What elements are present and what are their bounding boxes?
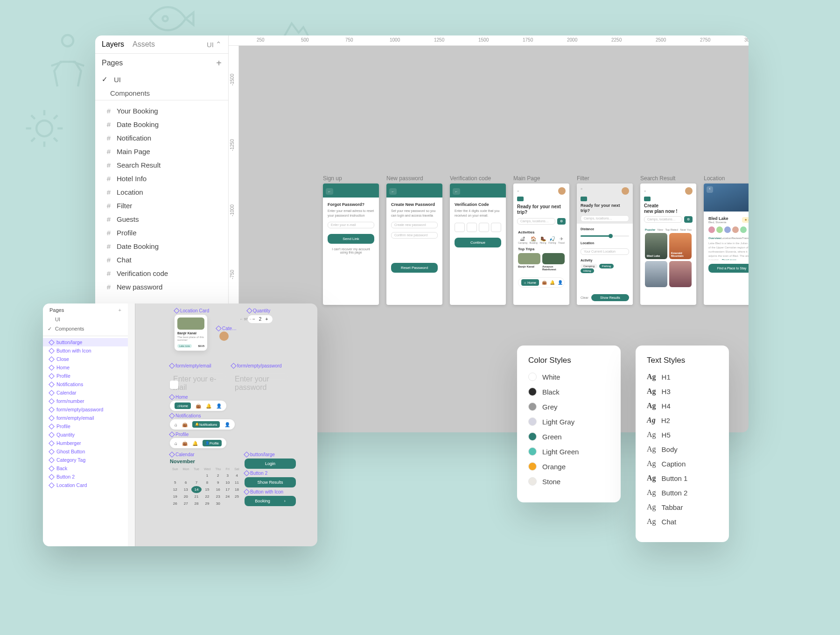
component-item[interactable]: Close: [43, 355, 128, 363]
component-item[interactable]: Humberger: [43, 439, 128, 447]
component-item[interactable]: Button with Icon: [43, 346, 128, 355]
component-item[interactable]: Category Tag: [43, 456, 128, 464]
component-label: Humberger: [56, 440, 81, 446]
artboard-location[interactable]: Location ‹ Bled Lake Bled, Slovenia ★ 4.…: [704, 183, 749, 305]
frame-item[interactable]: #Hotel Info: [95, 172, 228, 185]
frame-item[interactable]: #Search Result: [95, 158, 228, 172]
color-style-item[interactable]: Orange: [528, 462, 609, 471]
result-card: [669, 261, 692, 287]
text-style-item[interactable]: AgButton 1: [647, 474, 718, 482]
component-icon: [49, 365, 55, 371]
frame-item[interactable]: #New password: [95, 280, 228, 294]
component-label: Quantity: [56, 432, 75, 437]
artboard-filter[interactable]: Filter ≡ Ready for your next trip? Camps…: [577, 183, 633, 305]
bag-icon: 👜: [182, 422, 188, 427]
text-style-item[interactable]: AgChat: [647, 517, 718, 526]
text-style-item[interactable]: AgTabbar: [647, 503, 718, 511]
frame-item[interactable]: #Main Page: [95, 145, 228, 158]
frame-label: Date Booking: [117, 242, 159, 250]
color-name: Black: [542, 388, 560, 396]
swatch: [528, 402, 537, 411]
artboard-verification[interactable]: Verification code ← Verification Code En…: [450, 183, 506, 305]
color-style-item[interactable]: Grey: [528, 402, 609, 411]
swatch: [528, 477, 537, 486]
title: Create New Password: [391, 202, 438, 207]
color-style-item[interactable]: Black: [528, 388, 609, 396]
text-style-item[interactable]: AgBody: [647, 445, 718, 453]
page-ui[interactable]: UI: [95, 72, 228, 86]
tab-layers[interactable]: Layers: [102, 40, 124, 49]
component-item[interactable]: Profile: [43, 372, 128, 380]
component-item[interactable]: Home: [43, 363, 128, 372]
frame-item[interactable]: #Filter: [95, 199, 228, 212]
text-style-item[interactable]: AgButton 2: [647, 488, 718, 497]
component-button-show: Show Results: [245, 477, 296, 487]
text-style-item[interactable]: AgH5: [647, 430, 718, 439]
frame-item[interactable]: #Guests: [95, 212, 228, 226]
card-price: $115: [198, 345, 204, 347]
component-item[interactable]: Button 2: [43, 473, 128, 481]
frame-item[interactable]: #Date Booking: [95, 118, 228, 131]
tab-assets[interactable]: Assets: [133, 40, 155, 49]
frame-item[interactable]: #Verification code: [95, 267, 228, 280]
code-box: [491, 223, 501, 232]
artboard-main-page[interactable]: Main Page ≡ Ready for your next trip? Ca…: [513, 183, 569, 305]
page-ui[interactable]: UI: [43, 315, 128, 324]
component-item[interactable]: Back: [43, 464, 128, 473]
text-style-name: Body: [662, 445, 678, 453]
component-icon: [49, 457, 55, 463]
color-style-item[interactable]: Green: [528, 432, 609, 441]
component-calendar: November SunMonTueWedThuFriSat1234567891…: [170, 459, 242, 507]
component-button-booking: Booking›: [245, 496, 296, 506]
ag-sample: Ag: [647, 488, 656, 497]
text-style-item[interactable]: AgCaption: [647, 459, 718, 468]
color-style-item[interactable]: Stone: [528, 477, 609, 486]
frame-item[interactable]: #Location: [95, 185, 228, 199]
color-style-item[interactable]: Light Green: [528, 447, 609, 456]
component-icon: [49, 474, 55, 480]
add-page-button[interactable]: +: [216, 58, 222, 68]
component-item[interactable]: button/large: [43, 338, 128, 346]
component-item[interactable]: form/empty/password: [43, 405, 128, 414]
page-picker[interactable]: UI ⌃: [207, 40, 222, 49]
frame-item[interactable]: #Date Booking: [95, 240, 228, 253]
subtitle: Enter the 4 digits code that you receive…: [455, 209, 501, 218]
frame-item[interactable]: #Profile: [95, 226, 228, 240]
component-item[interactable]: form/number: [43, 397, 128, 405]
artboard-search-result[interactable]: Search Result ≡ Create new plan now ! Ca…: [640, 183, 696, 305]
ag-sample: Ag: [647, 416, 656, 424]
component-item[interactable]: Profile: [43, 422, 128, 430]
search-input: Camps, locations…: [581, 215, 629, 222]
artboard-new-password[interactable]: New password ← Create New Password Set y…: [386, 183, 442, 305]
component-item[interactable]: Location Card: [43, 481, 128, 489]
component-item[interactable]: Quantity: [43, 430, 128, 439]
text-style-item[interactable]: AgH1: [647, 373, 718, 381]
component-item[interactable]: form/empty/email: [43, 414, 128, 422]
component-item[interactable]: Notifications: [43, 380, 128, 388]
color-name: Grey: [542, 403, 558, 411]
text-style-item[interactable]: AgH4: [647, 402, 718, 410]
frame-item[interactable]: #Your Booking: [95, 104, 228, 118]
artboard-signup[interactable]: Sign up ← Forgot Password? Enter your em…: [323, 183, 379, 305]
page-components[interactable]: Components: [43, 324, 128, 334]
component-item[interactable]: Calendar: [43, 388, 128, 397]
frame-item[interactable]: #Notification: [95, 131, 228, 145]
text-style-item[interactable]: AgH2: [647, 416, 718, 424]
label-location: Location: [581, 241, 629, 245]
arrow-right-icon: ›: [284, 499, 286, 503]
color-style-item[interactable]: Light Gray: [528, 417, 609, 426]
comp-label-button-large: button/large: [245, 452, 275, 457]
components-canvas[interactable]: Location Card Banjir Kanal The best plac…: [128, 303, 317, 546]
add-page-button[interactable]: +: [119, 307, 121, 313]
text-style-item[interactable]: AgH3: [647, 387, 718, 395]
card-sub: The best place of this summer: [177, 336, 204, 341]
artboard-label: New password: [386, 175, 423, 182]
page-components[interactable]: Components: [95, 86, 228, 100]
component-item[interactable]: Ghost Button: [43, 447, 128, 456]
component-icon: [49, 339, 55, 346]
color-name: White: [542, 373, 560, 381]
bg-person-icon: [42, 28, 93, 93]
frame-item[interactable]: #Chat: [95, 253, 228, 267]
color-style-item[interactable]: White: [528, 373, 609, 381]
nav-notif-pill: 🔔 Notifications: [192, 421, 220, 428]
